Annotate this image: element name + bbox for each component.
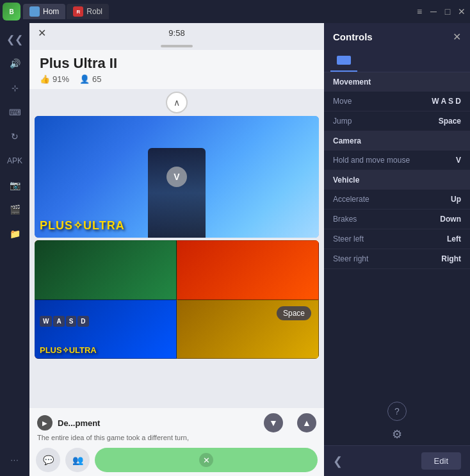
share-button[interactable]: 👥 — [65, 448, 90, 472]
edit-button[interactable]: Edit — [421, 452, 461, 470]
game-title: Plus Ultra II — [40, 55, 314, 72]
more-icon: ··· — [10, 455, 19, 464]
likes-stat: 👍 91% — [40, 74, 69, 84]
controls-footer: ❮ Edit — [324, 445, 470, 476]
toolbar-volume[interactable]: 🔊 — [4, 53, 26, 74]
toolbar-keyboard[interactable]: ⌨ — [4, 101, 26, 123]
app-logo: B — [3, 3, 20, 21]
d-key: D — [77, 316, 88, 327]
screenshot-icon: 📷 — [10, 180, 20, 190]
accelerate-control-row: Accelerate Up — [324, 190, 470, 209]
toolbar-folder[interactable]: 📁 — [4, 223, 26, 245]
description-area: ▶ De...pment ▼ ▲ The entire idea of this… — [29, 408, 324, 444]
maximize-button[interactable]: □ — [442, 6, 453, 17]
accelerate-label: Accelerate — [333, 195, 369, 204]
close-game-button[interactable]: ✕ — [35, 26, 49, 40]
question-icon: ? — [394, 406, 400, 416]
steer-right-control-row: Steer right Right — [324, 249, 470, 269]
toolbar-apk[interactable]: APK — [4, 150, 26, 172]
brakes-control-row: Brakes Down — [324, 209, 470, 229]
expand-button[interactable]: ∧ — [166, 92, 188, 113]
controls-panel: Controls ✕ Movement Move W A S D Jump Sp… — [324, 23, 470, 476]
side-toolbar: ❮❮ 🔊 ⊹ ⌨ ↻ APK 📷 🎬 📁 ··· — [0, 23, 29, 476]
apk-icon: APK — [7, 156, 22, 165]
space-badge: Space — [277, 306, 311, 320]
nav-up-button[interactable]: ▲ — [297, 413, 316, 432]
grid-cell-2 — [177, 240, 319, 300]
toolbar-video[interactable]: 🎬 — [4, 199, 26, 220]
controls-content: Movement Move W A S D Jump Space Camera … — [324, 72, 470, 397]
description-text: The entire idea of this game took a diff… — [37, 434, 316, 441]
keyboard-tab-icon — [337, 56, 351, 65]
chevron-up-icon: ∧ — [174, 97, 180, 108]
close-button[interactable]: ✕ — [456, 6, 467, 17]
controls-tabs — [324, 48, 470, 72]
scroll-indicator — [161, 45, 193, 47]
time-display: 9:58 — [168, 28, 184, 38]
steer-left-control-row: Steer left Left — [324, 229, 470, 249]
controls-title: Controls — [333, 31, 373, 42]
volume-icon: 🔊 — [10, 58, 20, 69]
window-controls: ≡ ─ □ ✕ — [414, 6, 467, 17]
toolbar-screenshot[interactable]: 📷 — [4, 174, 26, 196]
w-key: W — [40, 316, 52, 327]
controls-back-button[interactable]: ❮ — [333, 454, 343, 468]
play-btn-icon: ✕ — [199, 453, 213, 467]
move-label: Move — [333, 97, 352, 106]
tab-roblox-label: Robl — [86, 7, 102, 16]
tab-keyboard[interactable] — [330, 52, 357, 72]
move-control-row: Move W A S D — [324, 92, 470, 111]
main-area: ❮❮ 🔊 ⊹ ⌨ ↻ APK 📷 🎬 📁 ··· — [0, 23, 470, 476]
desc-header: ▶ De...pment ▼ ▲ — [37, 413, 316, 432]
nav-down-button[interactable]: ▼ — [264, 413, 283, 432]
menu-button[interactable]: ≡ — [414, 6, 425, 17]
share-icon: 👥 — [72, 455, 83, 465]
app-header: ✕ 9:58 — [29, 23, 324, 42]
brakes-label: Brakes — [333, 215, 357, 224]
play-desc-button[interactable]: ▶ — [37, 415, 53, 431]
toolbar-mouse[interactable]: ⊹ — [4, 77, 26, 99]
v-badge: V — [166, 167, 187, 187]
chat-button[interactable]: 💬 — [36, 448, 60, 472]
plus-ultra-label-2: PLUS✧ULTRA — [40, 345, 97, 355]
tab-home-label: Hom — [43, 7, 59, 16]
controls-close-button[interactable]: ✕ — [453, 31, 461, 43]
back-double-icon: ❮❮ — [6, 33, 23, 45]
toolbar-back[interactable]: ❮❮ — [4, 28, 26, 50]
minimize-button[interactable]: ─ — [428, 6, 439, 17]
toolbar-rotate[interactable]: ↻ — [4, 126, 26, 147]
players-value: 65 — [92, 74, 101, 84]
gear-icon: ⚙ — [392, 427, 402, 441]
bottom-actions: 💬 👥 ✕ — [29, 444, 324, 476]
settings-button[interactable]: ⚙ — [386, 423, 408, 445]
roblox-tab-icon: R — [73, 6, 83, 17]
title-bar: B Hom R Robl ≡ ─ □ ✕ — [0, 0, 470, 23]
jump-control-row: Jump Space — [324, 111, 470, 131]
tab-roblox[interactable]: R Robl — [67, 4, 109, 19]
camera-key: V — [456, 156, 461, 165]
likes-value: 91% — [53, 74, 69, 84]
grid-cell-1 — [35, 240, 177, 300]
steer-right-key: Right — [441, 254, 461, 263]
play-game-button[interactable]: ✕ — [95, 448, 318, 472]
game-info: Plus Ultra II 👍 91% 👤 65 — [29, 50, 324, 89]
expand-area: ∧ — [29, 89, 324, 116]
vehicle-section-header: Vehicle — [324, 170, 470, 190]
steer-left-key: Left — [447, 234, 461, 243]
tab-home[interactable]: Hom — [23, 4, 65, 19]
help-button[interactable]: ? — [387, 402, 407, 421]
like-icon: 👍 — [40, 74, 50, 84]
home-tab-icon — [29, 6, 40, 17]
accelerate-key: Up — [451, 195, 461, 204]
mouse-icon: ⊹ — [12, 83, 19, 93]
rotate-icon: ↻ — [11, 131, 19, 142]
video-icon: 🎬 — [10, 204, 20, 215]
toolbar-more[interactable]: ··· — [4, 449, 26, 471]
player-icon: 👤 — [79, 74, 90, 84]
move-key: W A S D — [432, 97, 461, 106]
steer-left-label: Steer left — [333, 234, 364, 243]
folder-icon: 📁 — [10, 229, 20, 239]
scroll-hint — [29, 42, 324, 50]
plus-ultra-label: PLUS✧ULTRA — [40, 218, 125, 233]
controls-side-section: ? ⚙ — [324, 397, 470, 445]
